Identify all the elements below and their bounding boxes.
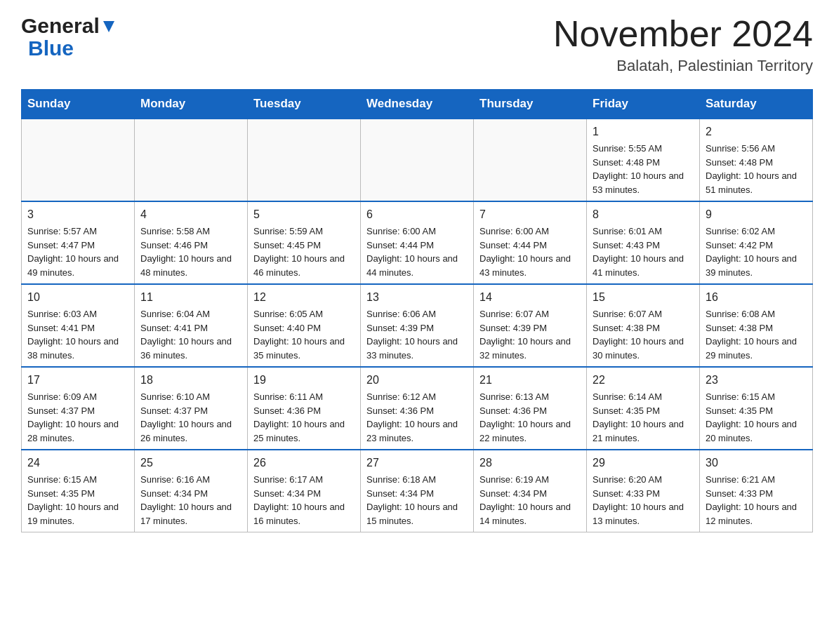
calendar-week-row: 24Sunrise: 6:15 AM Sunset: 4:35 PM Dayli…	[22, 450, 813, 532]
day-info: Sunrise: 6:06 AM Sunset: 4:39 PM Dayligh…	[366, 307, 468, 362]
day-info: Sunrise: 5:56 AM Sunset: 4:48 PM Dayligh…	[706, 142, 807, 196]
calendar-cell: 30Sunrise: 6:21 AM Sunset: 4:33 PM Dayli…	[700, 450, 813, 532]
calendar-cell: 7Sunrise: 6:00 AM Sunset: 4:44 PM Daylig…	[474, 201, 587, 284]
calendar-cell	[248, 119, 361, 201]
calendar-week-row: 3Sunrise: 5:57 AM Sunset: 4:47 PM Daylig…	[22, 201, 813, 284]
day-info: Sunrise: 5:59 AM Sunset: 4:45 PM Dayligh…	[253, 224, 355, 279]
logo: General Blue	[21, 14, 117, 60]
calendar-cell: 11Sunrise: 6:04 AM Sunset: 4:41 PM Dayli…	[135, 284, 248, 367]
calendar-week-row: 1Sunrise: 5:55 AM Sunset: 4:48 PM Daylig…	[22, 119, 813, 201]
day-number: 4	[140, 206, 241, 223]
day-number: 7	[479, 206, 581, 223]
weekday-header-row: SundayMondayTuesdayWednesdayThursdayFrid…	[22, 90, 813, 119]
calendar-cell: 15Sunrise: 6:07 AM Sunset: 4:38 PM Dayli…	[587, 284, 700, 367]
day-info: Sunrise: 6:18 AM Sunset: 4:34 PM Dayligh…	[366, 473, 468, 528]
day-info: Sunrise: 6:01 AM Sunset: 4:43 PM Dayligh…	[593, 224, 694, 279]
calendar-week-row: 17Sunrise: 6:09 AM Sunset: 4:37 PM Dayli…	[22, 367, 813, 450]
day-number: 2	[706, 123, 807, 140]
day-number: 6	[366, 206, 468, 223]
day-number: 12	[253, 289, 355, 306]
calendar-cell: 24Sunrise: 6:15 AM Sunset: 4:35 PM Dayli…	[22, 450, 135, 532]
calendar-subtitle: Balatah, Palestinian Territory	[553, 57, 813, 75]
day-info: Sunrise: 6:21 AM Sunset: 4:33 PM Dayligh…	[706, 473, 807, 528]
day-info: Sunrise: 6:08 AM Sunset: 4:38 PM Dayligh…	[706, 307, 807, 362]
day-number: 20	[366, 372, 468, 389]
calendar-cell: 17Sunrise: 6:09 AM Sunset: 4:37 PM Dayli…	[22, 367, 135, 450]
day-info: Sunrise: 6:14 AM Sunset: 4:35 PM Dayligh…	[593, 390, 694, 445]
calendar-cell: 10Sunrise: 6:03 AM Sunset: 4:41 PM Dayli…	[22, 284, 135, 367]
weekday-header-sunday: Sunday	[22, 90, 135, 119]
calendar-cell: 3Sunrise: 5:57 AM Sunset: 4:47 PM Daylig…	[22, 201, 135, 284]
calendar-cell: 8Sunrise: 6:01 AM Sunset: 4:43 PM Daylig…	[587, 201, 700, 284]
day-number: 28	[479, 455, 581, 471]
calendar-cell: 25Sunrise: 6:16 AM Sunset: 4:34 PM Dayli…	[135, 450, 248, 532]
day-info: Sunrise: 6:09 AM Sunset: 4:37 PM Dayligh…	[27, 390, 128, 445]
weekday-header-wednesday: Wednesday	[361, 90, 474, 119]
day-info: Sunrise: 6:10 AM Sunset: 4:37 PM Dayligh…	[140, 390, 241, 445]
calendar-cell: 9Sunrise: 6:02 AM Sunset: 4:42 PM Daylig…	[700, 201, 813, 284]
day-number: 1	[593, 123, 694, 140]
day-number: 15	[593, 289, 694, 306]
day-number: 13	[366, 289, 468, 306]
day-number: 30	[706, 455, 807, 471]
day-number: 27	[366, 455, 468, 471]
weekday-header-saturday: Saturday	[700, 90, 813, 119]
calendar-cell: 22Sunrise: 6:14 AM Sunset: 4:35 PM Dayli…	[587, 367, 700, 450]
calendar-title: November 2024	[553, 14, 813, 54]
day-info: Sunrise: 5:57 AM Sunset: 4:47 PM Dayligh…	[27, 224, 128, 279]
day-info: Sunrise: 5:58 AM Sunset: 4:46 PM Dayligh…	[140, 224, 241, 279]
day-number: 19	[253, 372, 355, 389]
calendar-cell: 12Sunrise: 6:05 AM Sunset: 4:40 PM Dayli…	[248, 284, 361, 367]
day-number: 23	[706, 372, 807, 389]
calendar-cell	[135, 119, 248, 201]
page-header: General Blue November 2024 Balatah, Pale…	[21, 14, 813, 75]
day-info: Sunrise: 6:15 AM Sunset: 4:35 PM Dayligh…	[27, 473, 128, 528]
day-info: Sunrise: 6:12 AM Sunset: 4:36 PM Dayligh…	[366, 390, 468, 445]
day-number: 17	[27, 372, 128, 389]
day-info: Sunrise: 6:07 AM Sunset: 4:39 PM Dayligh…	[479, 307, 581, 362]
day-info: Sunrise: 5:55 AM Sunset: 4:48 PM Dayligh…	[593, 142, 694, 196]
logo-blue-text: Blue	[28, 36, 74, 60]
calendar-cell: 1Sunrise: 5:55 AM Sunset: 4:48 PM Daylig…	[587, 119, 700, 201]
day-info: Sunrise: 6:13 AM Sunset: 4:36 PM Dayligh…	[479, 390, 581, 445]
calendar-cell: 23Sunrise: 6:15 AM Sunset: 4:35 PM Dayli…	[700, 367, 813, 450]
day-number: 3	[27, 206, 128, 223]
calendar-cell: 29Sunrise: 6:20 AM Sunset: 4:33 PM Dayli…	[587, 450, 700, 532]
day-info: Sunrise: 6:00 AM Sunset: 4:44 PM Dayligh…	[366, 224, 468, 279]
calendar-cell: 4Sunrise: 5:58 AM Sunset: 4:46 PM Daylig…	[135, 201, 248, 284]
calendar-cell: 26Sunrise: 6:17 AM Sunset: 4:34 PM Dayli…	[248, 450, 361, 532]
day-info: Sunrise: 6:15 AM Sunset: 4:35 PM Dayligh…	[706, 390, 807, 445]
day-info: Sunrise: 6:11 AM Sunset: 4:36 PM Dayligh…	[253, 390, 355, 445]
calendar-cell: 6Sunrise: 6:00 AM Sunset: 4:44 PM Daylig…	[361, 201, 474, 284]
calendar-cell: 21Sunrise: 6:13 AM Sunset: 4:36 PM Dayli…	[474, 367, 587, 450]
day-number: 5	[253, 206, 355, 223]
weekday-header-friday: Friday	[587, 90, 700, 119]
day-number: 11	[140, 289, 241, 306]
calendar-cell: 19Sunrise: 6:11 AM Sunset: 4:36 PM Dayli…	[248, 367, 361, 450]
weekday-header-monday: Monday	[135, 90, 248, 119]
day-info: Sunrise: 6:19 AM Sunset: 4:34 PM Dayligh…	[479, 473, 581, 528]
day-info: Sunrise: 6:17 AM Sunset: 4:34 PM Dayligh…	[253, 473, 355, 528]
day-number: 14	[479, 289, 581, 306]
logo-general-text: General	[21, 14, 100, 38]
weekday-header-thursday: Thursday	[474, 90, 587, 119]
day-info: Sunrise: 6:02 AM Sunset: 4:42 PM Dayligh…	[706, 224, 807, 279]
day-number: 21	[479, 372, 581, 389]
calendar-cell	[361, 119, 474, 201]
day-number: 9	[706, 206, 807, 223]
calendar-cell	[22, 119, 135, 201]
day-number: 16	[706, 289, 807, 306]
day-info: Sunrise: 6:04 AM Sunset: 4:41 PM Dayligh…	[140, 307, 241, 362]
calendar-cell: 27Sunrise: 6:18 AM Sunset: 4:34 PM Dayli…	[361, 450, 474, 532]
day-info: Sunrise: 6:20 AM Sunset: 4:33 PM Dayligh…	[593, 473, 694, 528]
calendar-cell: 16Sunrise: 6:08 AM Sunset: 4:38 PM Dayli…	[700, 284, 813, 367]
calendar-cell: 5Sunrise: 5:59 AM Sunset: 4:45 PM Daylig…	[248, 201, 361, 284]
day-number: 8	[593, 206, 694, 223]
day-number: 18	[140, 372, 241, 389]
calendar-cell: 2Sunrise: 5:56 AM Sunset: 4:48 PM Daylig…	[700, 119, 813, 201]
day-info: Sunrise: 6:07 AM Sunset: 4:38 PM Dayligh…	[593, 307, 694, 362]
calendar-week-row: 10Sunrise: 6:03 AM Sunset: 4:41 PM Dayli…	[22, 284, 813, 367]
day-number: 10	[27, 289, 128, 306]
svg-marker-0	[103, 21, 114, 32]
day-info: Sunrise: 6:16 AM Sunset: 4:34 PM Dayligh…	[140, 473, 241, 528]
